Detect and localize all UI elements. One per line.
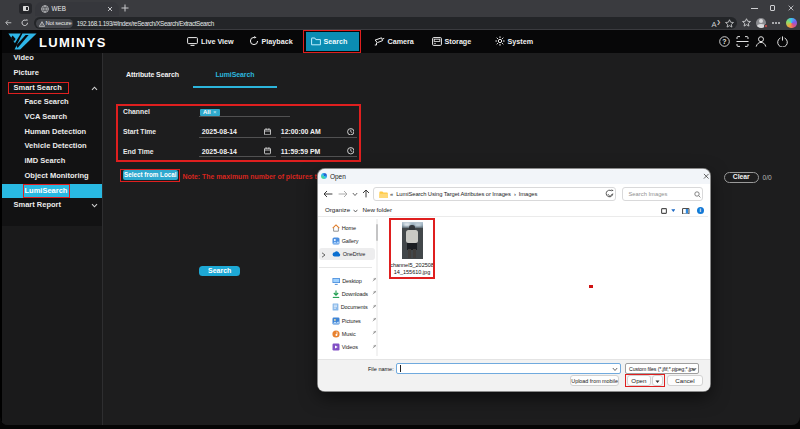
svg-text:?: ? (722, 38, 726, 45)
